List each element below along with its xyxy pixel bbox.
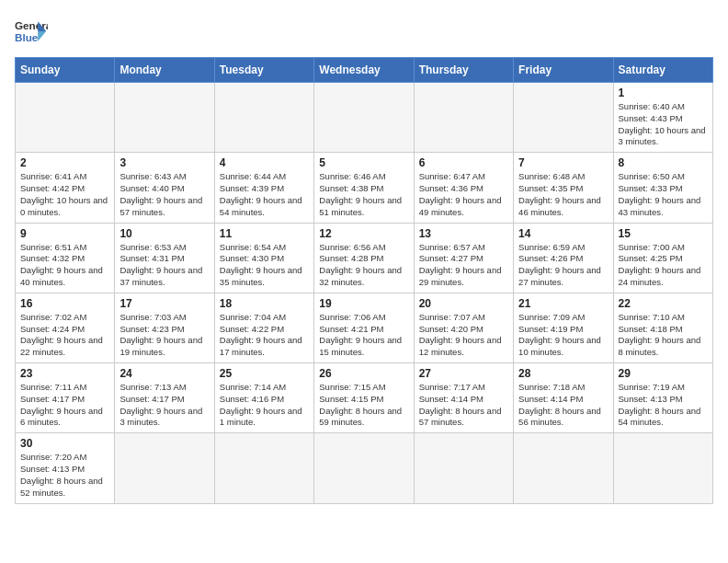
day-number: 13 bbox=[419, 227, 508, 240]
calendar-cell: 7Sunrise: 6:48 AM Sunset: 4:35 PM Daylig… bbox=[514, 153, 613, 223]
calendar-cell: 13Sunrise: 6:57 AM Sunset: 4:27 PM Dayli… bbox=[414, 223, 513, 293]
day-number: 28 bbox=[518, 367, 608, 380]
day-number: 25 bbox=[220, 367, 309, 380]
calendar-cell: 30Sunrise: 7:20 AM Sunset: 4:13 PM Dayli… bbox=[16, 433, 115, 503]
day-number: 19 bbox=[319, 297, 408, 310]
day-info: Sunrise: 7:14 AM Sunset: 4:16 PM Dayligh… bbox=[220, 382, 309, 429]
day-number: 24 bbox=[119, 367, 209, 380]
calendar-cell: 17Sunrise: 7:03 AM Sunset: 4:23 PM Dayli… bbox=[115, 293, 214, 362]
calendar-cell: 23Sunrise: 7:11 AM Sunset: 4:17 PM Dayli… bbox=[16, 363, 115, 433]
calendar-cell: 14Sunrise: 6:59 AM Sunset: 4:26 PM Dayli… bbox=[514, 223, 613, 293]
day-info: Sunrise: 6:59 AM Sunset: 4:26 PM Dayligh… bbox=[518, 242, 608, 289]
calendar-cell: 11Sunrise: 6:54 AM Sunset: 4:30 PM Dayli… bbox=[214, 223, 313, 293]
calendar-table: SundayMondayTuesdayWednesdayThursdayFrid… bbox=[15, 57, 713, 504]
day-info: Sunrise: 7:04 AM Sunset: 4:22 PM Dayligh… bbox=[220, 312, 309, 359]
day-info: Sunrise: 7:10 AM Sunset: 4:18 PM Dayligh… bbox=[619, 312, 708, 359]
day-number: 20 bbox=[419, 297, 508, 310]
day-header-sunday: Sunday bbox=[16, 58, 115, 83]
day-number: 26 bbox=[319, 367, 408, 380]
day-number: 1 bbox=[619, 86, 708, 99]
calendar-cell bbox=[115, 83, 214, 153]
day-header-tuesday: Tuesday bbox=[214, 58, 313, 83]
day-info: Sunrise: 6:50 AM Sunset: 4:33 PM Dayligh… bbox=[619, 171, 708, 218]
day-number: 21 bbox=[518, 297, 608, 310]
day-info: Sunrise: 7:19 AM Sunset: 4:13 PM Dayligh… bbox=[619, 382, 708, 429]
calendar-cell: 10Sunrise: 6:53 AM Sunset: 4:31 PM Dayli… bbox=[115, 223, 214, 293]
calendar-cell: 21Sunrise: 7:09 AM Sunset: 4:19 PM Dayli… bbox=[514, 293, 613, 362]
day-info: Sunrise: 7:15 AM Sunset: 4:15 PM Dayligh… bbox=[319, 382, 408, 429]
calendar-cell bbox=[414, 433, 513, 503]
logo-icon: General Blue bbox=[15, 15, 48, 48]
calendar-cell: 20Sunrise: 7:07 AM Sunset: 4:20 PM Dayli… bbox=[414, 293, 513, 362]
day-number: 15 bbox=[619, 227, 708, 240]
calendar-cell: 8Sunrise: 6:50 AM Sunset: 4:33 PM Daylig… bbox=[613, 153, 712, 223]
calendar-cell: 6Sunrise: 6:47 AM Sunset: 4:36 PM Daylig… bbox=[414, 153, 513, 223]
svg-text:Blue: Blue bbox=[15, 31, 39, 43]
calendar-cell: 2Sunrise: 6:41 AM Sunset: 4:42 PM Daylig… bbox=[16, 153, 115, 223]
day-info: Sunrise: 6:46 AM Sunset: 4:38 PM Dayligh… bbox=[319, 171, 408, 218]
day-info: Sunrise: 6:57 AM Sunset: 4:27 PM Dayligh… bbox=[419, 242, 508, 289]
calendar-cell bbox=[16, 83, 115, 153]
week-row-3: 9Sunrise: 6:51 AM Sunset: 4:32 PM Daylig… bbox=[16, 223, 713, 293]
day-info: Sunrise: 7:06 AM Sunset: 4:21 PM Dayligh… bbox=[319, 312, 408, 359]
day-info: Sunrise: 7:07 AM Sunset: 4:20 PM Dayligh… bbox=[419, 312, 508, 359]
calendar-cell: 4Sunrise: 6:44 AM Sunset: 4:39 PM Daylig… bbox=[214, 153, 313, 223]
day-info: Sunrise: 6:53 AM Sunset: 4:31 PM Dayligh… bbox=[119, 242, 209, 289]
day-number: 22 bbox=[619, 297, 708, 310]
calendar-cell: 18Sunrise: 7:04 AM Sunset: 4:22 PM Dayli… bbox=[214, 293, 313, 362]
day-number: 4 bbox=[220, 156, 309, 169]
day-header-thursday: Thursday bbox=[414, 58, 513, 83]
day-number: 18 bbox=[220, 297, 309, 310]
day-info: Sunrise: 7:00 AM Sunset: 4:25 PM Dayligh… bbox=[619, 242, 708, 289]
day-header-wednesday: Wednesday bbox=[314, 58, 414, 83]
day-number: 5 bbox=[319, 156, 408, 169]
calendar-cell: 15Sunrise: 7:00 AM Sunset: 4:25 PM Dayli… bbox=[613, 223, 712, 293]
calendar-cell bbox=[314, 433, 414, 503]
day-info: Sunrise: 7:13 AM Sunset: 4:17 PM Dayligh… bbox=[119, 382, 209, 429]
calendar-cell: 16Sunrise: 7:02 AM Sunset: 4:24 PM Dayli… bbox=[16, 293, 115, 362]
calendar-cell: 26Sunrise: 7:15 AM Sunset: 4:15 PM Dayli… bbox=[314, 363, 414, 433]
calendar-cell bbox=[214, 433, 313, 503]
week-row-1: 1Sunrise: 6:40 AM Sunset: 4:43 PM Daylig… bbox=[16, 83, 713, 153]
calendar-cell bbox=[613, 433, 712, 503]
day-info: Sunrise: 6:48 AM Sunset: 4:35 PM Dayligh… bbox=[518, 171, 608, 218]
day-info: Sunrise: 6:47 AM Sunset: 4:36 PM Dayligh… bbox=[419, 171, 508, 218]
day-header-monday: Monday bbox=[115, 58, 214, 83]
day-info: Sunrise: 7:09 AM Sunset: 4:19 PM Dayligh… bbox=[518, 312, 608, 359]
day-info: Sunrise: 6:51 AM Sunset: 4:32 PM Dayligh… bbox=[20, 242, 109, 289]
calendar-cell: 12Sunrise: 6:56 AM Sunset: 4:28 PM Dayli… bbox=[314, 223, 414, 293]
day-number: 11 bbox=[220, 227, 309, 240]
day-info: Sunrise: 7:03 AM Sunset: 4:23 PM Dayligh… bbox=[119, 312, 209, 359]
calendar-cell bbox=[115, 433, 214, 503]
calendar-cell: 24Sunrise: 7:13 AM Sunset: 4:17 PM Dayli… bbox=[115, 363, 214, 433]
calendar-cell bbox=[514, 83, 613, 153]
day-info: Sunrise: 7:02 AM Sunset: 4:24 PM Dayligh… bbox=[20, 312, 109, 359]
day-info: Sunrise: 7:20 AM Sunset: 4:13 PM Dayligh… bbox=[20, 452, 109, 499]
calendar-cell: 3Sunrise: 6:43 AM Sunset: 4:40 PM Daylig… bbox=[115, 153, 214, 223]
day-info: Sunrise: 7:11 AM Sunset: 4:17 PM Dayligh… bbox=[20, 382, 109, 429]
day-number: 27 bbox=[419, 367, 508, 380]
day-info: Sunrise: 6:40 AM Sunset: 4:43 PM Dayligh… bbox=[619, 101, 708, 148]
calendar-cell: 1Sunrise: 6:40 AM Sunset: 4:43 PM Daylig… bbox=[613, 83, 712, 153]
day-number: 30 bbox=[20, 437, 109, 450]
page-header: General Blue bbox=[15, 15, 713, 48]
day-number: 16 bbox=[20, 297, 109, 310]
week-row-6: 30Sunrise: 7:20 AM Sunset: 4:13 PM Dayli… bbox=[16, 433, 713, 503]
day-number: 9 bbox=[20, 227, 109, 240]
day-number: 3 bbox=[119, 156, 209, 169]
week-row-4: 16Sunrise: 7:02 AM Sunset: 4:24 PM Dayli… bbox=[16, 293, 713, 362]
calendar-cell bbox=[214, 83, 313, 153]
day-number: 14 bbox=[518, 227, 608, 240]
day-number: 7 bbox=[518, 156, 608, 169]
day-info: Sunrise: 6:56 AM Sunset: 4:28 PM Dayligh… bbox=[319, 242, 408, 289]
day-info: Sunrise: 6:41 AM Sunset: 4:42 PM Dayligh… bbox=[20, 171, 109, 218]
day-number: 2 bbox=[20, 156, 109, 169]
logo: General Blue bbox=[15, 15, 48, 48]
day-number: 29 bbox=[619, 367, 708, 380]
days-header-row: SundayMondayTuesdayWednesdayThursdayFrid… bbox=[16, 58, 713, 83]
calendar-cell bbox=[414, 83, 513, 153]
calendar-cell bbox=[514, 433, 613, 503]
day-number: 23 bbox=[20, 367, 109, 380]
calendar-cell: 19Sunrise: 7:06 AM Sunset: 4:21 PM Dayli… bbox=[314, 293, 414, 362]
calendar-cell: 22Sunrise: 7:10 AM Sunset: 4:18 PM Dayli… bbox=[613, 293, 712, 362]
